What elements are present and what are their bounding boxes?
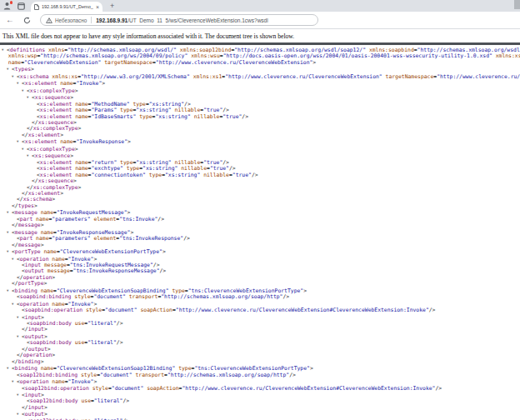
xml-line: </portType> [0, 281, 520, 287]
xml-line: </xs:complexType> [0, 185, 520, 191]
xml-line: ▼<xs:complexType> [0, 88, 520, 94]
xml-line-code: <soap12bind:operation style="document" s… [22, 386, 442, 392]
xml-line: ▼<xs:element name="InvokeResponse"> [0, 138, 520, 145]
security-label[interactable]: Небезопасно [55, 18, 87, 23]
xml-line: </xs:complexType> [0, 126, 520, 132]
xml-line-code: <xs:element name="connectiontoken" type=… [37, 172, 258, 178]
xml-line-code: <portType name="CleverenceWebExtensionPo… [12, 248, 166, 255]
xml-line: ▼<output> [0, 411, 520, 418]
notification-badge [10, 1, 13, 4]
xml-line-code: <part name="parameters" element="tns:Inv… [17, 217, 164, 222]
tab-search-button[interactable] [18, 0, 25, 13]
xml-line: <soapbind:operation style="document" soa… [0, 308, 520, 313]
xml-line: </xs:schema> [0, 197, 520, 202]
xml-line: ▼<binding name="CleverenceWebExtensionSo… [0, 288, 520, 294]
xml-line-code: </xs:sequence> [32, 120, 77, 126]
xml-line-code: <binding name="CleverenceWebExtensionSoa… [12, 288, 307, 294]
xml-line: <output message="tns:InvokeResponseMessa… [0, 268, 520, 274]
browser-tab[interactable]: 192.168.9.91/UT_Demo_11_5/ws/ × [31, 2, 102, 12]
xml-line-code: <operation name="Invoke"> [17, 378, 97, 385]
xml-line: <part name="parameters" element="tns:Inv… [0, 217, 520, 222]
xml-line: ▼<xs:sequence> [0, 94, 520, 101]
xml-line: <soapbind:body use="literal"/> [0, 321, 520, 327]
xml-line: <xs:element name="connectiontoken" type=… [0, 172, 520, 178]
xml-line-code: <soapbind:body use="literal"/> [27, 340, 123, 346]
xml-line: name="CleverenceWebExtension" targetName… [0, 60, 520, 66]
xml-style-notice: This XML file does not appear to have an… [0, 29, 520, 42]
xml-line: <soapbind:body use="literal"/> [0, 340, 520, 346]
xml-line-code: <xs:element name="return" type="xs:strin… [37, 160, 229, 166]
xml-line: </xs:sequence> [0, 120, 520, 126]
window-corner-notch [514, 0, 520, 9]
xml-line: ▼<operation name="Invoke"> [0, 301, 520, 308]
url-text: 192.168.9.91/UT_Demo_11_5/ws/CleverenceW… [96, 18, 268, 23]
xml-tree: ▼<definitions xmlns="http://schemas.xmls… [0, 45, 520, 420]
xml-line-code: <input message="tns:InvokeRequestMessage… [22, 262, 160, 268]
xml-line: ▼<xs:element name="Invoke"> [0, 80, 520, 87]
xml-line-code: <xs:complexType> [27, 146, 78, 152]
xml-line: ▼<xs:sequence> [0, 152, 520, 159]
xml-line: ▼<binding name="CleverenceWebExtensionSo… [0, 365, 520, 372]
xml-line: ▼<xs:complexType> [0, 146, 520, 152]
browser-window: { "colors": { "tag": "#881280", "attr": … [0, 0, 520, 420]
tab-strip: 192.168.9.91/UT_Demo_11_5/ws/ × + [0, 0, 520, 12]
xml-line-code: </xs:element> [22, 132, 63, 138]
xml-line-code: <input> [22, 314, 44, 321]
xml-line: </output> [0, 347, 520, 352]
address-bar[interactable]: Небезопасно 192.168.9.91/UT_Demo_11_5/ws… [40, 14, 318, 26]
xml-line: <soapbind:binding style="document" trans… [0, 294, 520, 300]
xml-line: <xs:element name="Params" type="xs:strin… [0, 108, 520, 113]
xml-line-code: <xs:schema xmlns:xs="http://www.w3.org/2… [17, 73, 520, 80]
xml-line-code: </types> [12, 203, 38, 209]
reload-button[interactable] [23, 17, 31, 24]
xml-line-code: <xs:element name="Params" type="xs:strin… [37, 108, 229, 113]
xml-line-code: <soapbind:body use="literal"/> [27, 321, 123, 327]
xml-line-code: <xs:element name="Invoke"> [22, 80, 105, 87]
xml-line-code: </xs:complexType> [27, 126, 81, 132]
xml-line-code: </portType> [12, 281, 47, 287]
xml-line: <xs:element name="return" type="xs:strin… [0, 160, 520, 166]
xml-line: <soap12bind:binding style="document" tra… [0, 372, 520, 378]
url-path: /UT_Demo_11_5/ws/CleverenceWebExtension.… [128, 18, 268, 23]
xml-line: </xs:sequence> [0, 178, 520, 184]
new-tab-button[interactable]: + [110, 2, 114, 10]
xml-line: </input> [0, 405, 520, 411]
xml-line: </types> [0, 203, 520, 209]
page-icon [34, 4, 39, 10]
xml-line-code: </input> [22, 327, 48, 332]
xml-line: </xs:element> [0, 191, 520, 197]
xml-line-code: <output> [22, 333, 48, 340]
xml-line: <xs:element name="IdBaseSmarts" type="xs… [0, 114, 520, 120]
xml-line: ▼<operation name="Invoke"> [0, 378, 520, 385]
xml-line-code: <definitions xmlns="http://schemas.xmlso… [7, 47, 520, 53]
xml-line: ▼<operation name="Invoke"> [0, 256, 520, 262]
xml-line: <soap12bind:operation style="document" s… [0, 386, 520, 392]
xml-line: </operation> [0, 352, 520, 358]
xml-line: <xs:element name="MethodName" type="xs:s… [0, 102, 520, 108]
xml-line-code: </input> [22, 405, 48, 411]
xml-line: </operation> [0, 275, 520, 281]
xml-line: xmlns:wsp="http://schemas.xmlsoap.org/ws… [0, 53, 520, 59]
xml-line-code: <message name="InvokeRequestMessage"> [12, 209, 130, 216]
back-button[interactable]: ← [6, 16, 14, 24]
xml-line: <soap12bind:body use="literal"/> [0, 398, 520, 404]
xml-line-code: </xs:sequence> [32, 178, 77, 184]
xml-line: ▼<definitions xmlns="http://schemas.xmls… [0, 47, 520, 53]
xml-line-code: </xs:schema> [17, 197, 55, 202]
xml-line-code: </xs:element> [22, 191, 63, 197]
xml-line: </binding> [0, 359, 520, 365]
xml-line-code: <types> [12, 66, 34, 72]
profile-button[interactable] [3, 2, 12, 10]
navigation-toolbar: ← Небезопасно 192.168.9.91/UT_Demo_11_5/… [0, 12, 520, 29]
xml-line-code: <xs:element name="exchtype" type="xs:str… [37, 166, 236, 172]
address-bar-divider [91, 17, 92, 23]
xml-line-code: </xs:complexType> [27, 185, 81, 191]
xml-line: <part name="parameters" element="tns:Inv… [0, 236, 520, 242]
xml-line-code: xmlns:wsp="http://schemas.xmlsoap.org/ws… [8, 53, 520, 59]
xml-line: </message> [0, 242, 520, 248]
xml-line-code: <xs:element name="IdBaseSmarts" type="xs… [37, 114, 248, 120]
xml-line-code: </operation> [17, 352, 55, 358]
xml-line-code: <operation name="Invoke"> [17, 301, 97, 308]
reload-icon [23, 17, 31, 24]
tab-close-icon[interactable]: × [96, 4, 99, 10]
